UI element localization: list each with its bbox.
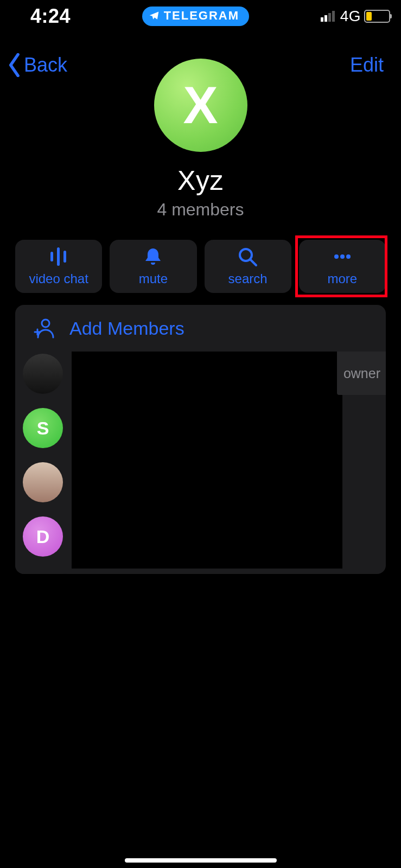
search-button[interactable]: search	[205, 240, 291, 293]
voice-wave-icon	[47, 246, 70, 267]
svg-rect-1	[324, 15, 327, 22]
members-panel: Add Members owner S D	[15, 305, 386, 574]
group-avatar[interactable]: X	[154, 59, 247, 152]
edit-button[interactable]: Edit	[350, 54, 384, 76]
svg-point-10	[340, 254, 345, 259]
app-pill-label: TELEGRAM	[164, 9, 239, 23]
search-icon	[237, 246, 259, 267]
svg-rect-4	[50, 252, 53, 261]
member-avatar[interactable]: S	[23, 408, 63, 448]
video-chat-label: video chat	[29, 271, 88, 286]
svg-point-9	[334, 254, 339, 259]
more-dots-icon	[331, 246, 354, 267]
battery-icon	[364, 10, 390, 23]
svg-rect-0	[321, 17, 323, 22]
chevron-left-icon	[7, 53, 23, 77]
status-right: 4G	[321, 8, 390, 25]
member-strip: owner S D	[15, 352, 386, 569]
member-avatar[interactable]	[23, 462, 63, 502]
video-chat-button[interactable]: video chat	[15, 240, 102, 293]
svg-rect-3	[332, 11, 335, 22]
home-indicator[interactable]	[125, 858, 277, 863]
add-members-label: Add Members	[69, 318, 184, 339]
redacted-area	[72, 352, 342, 569]
add-member-icon	[31, 317, 54, 340]
more-button[interactable]: more	[299, 240, 386, 293]
svg-rect-2	[328, 13, 331, 22]
mute-button[interactable]: mute	[110, 240, 196, 293]
mute-label: mute	[139, 271, 168, 286]
signal-icon	[321, 11, 337, 22]
status-time: 4:24	[30, 5, 71, 28]
svg-point-11	[346, 254, 351, 259]
status-bar: 4:24 TELEGRAM 4G	[0, 0, 401, 33]
search-label: search	[228, 271, 268, 286]
telegram-plane-icon	[149, 10, 160, 21]
back-button[interactable]: Back	[7, 53, 67, 77]
add-members-button[interactable]: Add Members	[15, 305, 386, 352]
svg-point-12	[42, 320, 49, 327]
action-row: video chat mute search more	[15, 240, 386, 293]
svg-line-8	[251, 260, 256, 265]
more-label: more	[328, 271, 358, 286]
group-name: Xyz	[154, 165, 247, 196]
group-header: X Xyz 4 members	[154, 59, 247, 220]
app-pill[interactable]: TELEGRAM	[142, 7, 249, 26]
member-role-owner: owner	[337, 352, 386, 395]
group-subtitle: 4 members	[154, 200, 247, 220]
back-label: Back	[24, 54, 67, 76]
member-avatar[interactable]: D	[23, 516, 63, 557]
bell-icon	[142, 246, 164, 267]
member-avatar[interactable]	[23, 354, 63, 394]
network-label: 4G	[340, 8, 361, 25]
svg-rect-5	[57, 247, 60, 266]
svg-rect-6	[63, 251, 66, 263]
